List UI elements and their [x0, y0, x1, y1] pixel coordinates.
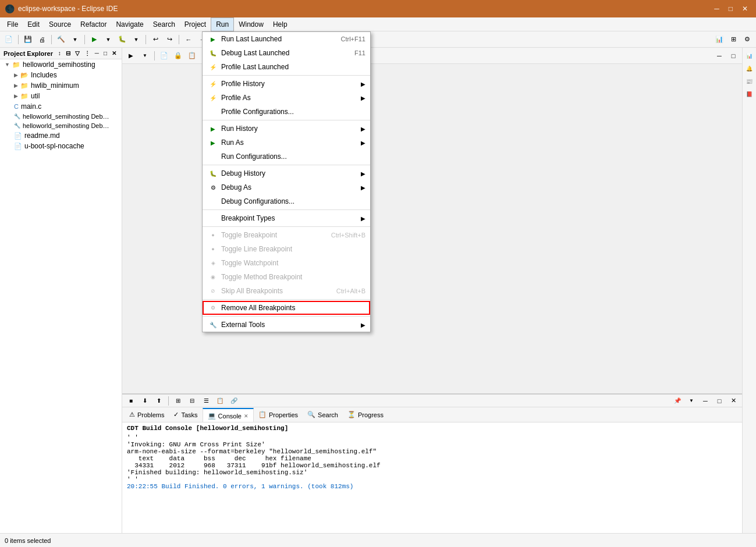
tree-item-util[interactable]: ▶ 📁 util [0, 91, 122, 101]
menu-skip-all-breakpoints[interactable]: ⊘ Skip All Breakpoints Ctrl+Alt+B [203, 284, 370, 298]
build-button[interactable]: 🔨 [55, 33, 68, 46]
run-dropdown[interactable]: ▼ [102, 33, 115, 46]
menu-remove-all-breakpoints[interactable]: ⚙ Remove All Breakpoints [203, 301, 370, 315]
menu-profile-configurations[interactable]: Profile Configurations... [203, 105, 370, 119]
menu-refactor[interactable]: Refactor [76, 17, 111, 31]
menu-search[interactable]: Search [148, 17, 180, 31]
menu-window[interactable]: Window [234, 17, 268, 31]
menu-debug-as[interactable]: ⚙ Debug As ▶ [203, 180, 370, 194]
editor-toolbar-btn3[interactable]: 🔒 [172, 49, 184, 62]
menu-run-last-launched[interactable]: ▶ Run Last Launched Ctrl+F11 [203, 32, 370, 46]
tree-item-uboot[interactable]: 📄 u-boot-spl-nocache [0, 141, 122, 151]
print-button[interactable]: 🖨 [36, 33, 48, 46]
menu-profile-history[interactable]: ⚡ Profile History ▶ [203, 77, 370, 91]
tree-item-mainc[interactable]: C main.c [0, 101, 122, 112]
right-sidebar-btn2[interactable]: 🔔 [744, 63, 755, 74]
menu-run-history[interactable]: ▶ Run History ▶ [203, 122, 370, 136]
tree-item-hwlib[interactable]: ▶ 📁 hwlib_minimum [0, 80, 122, 91]
toolbar-btn2[interactable]: ▼ [69, 33, 81, 46]
console-close-btn[interactable]: ✕ [727, 395, 740, 407]
sidebar-collapse-btn[interactable]: ⊟ [64, 49, 72, 57]
tree-item-includes[interactable]: ▶ 📂 Includes [0, 70, 122, 80]
menu-debug-history[interactable]: 🐛 Debug History ▶ [203, 166, 370, 180]
sidebar-minimize-btn[interactable]: ─ [93, 49, 101, 57]
editor-toolbar-dropdown1[interactable]: ▼ [139, 49, 151, 62]
menu-toggle-line-breakpoint[interactable]: ● Toggle Line Breakpoint [203, 242, 370, 256]
sidebar-sync-btn[interactable]: ↕ [56, 49, 63, 57]
menu-run-as[interactable]: ▶ Run As ▶ [203, 136, 370, 150]
tab-search[interactable]: 🔍 Search [303, 407, 343, 422]
toolbar-settings-btn[interactable]: ⚙ [741, 33, 754, 46]
sidebar-close-btn[interactable]: ✕ [110, 49, 118, 57]
back-button[interactable]: ← [182, 33, 195, 46]
external-tools-icon: 🔧 [207, 320, 219, 329]
close-button[interactable]: ✕ [739, 5, 751, 13]
minimize-button[interactable]: ─ [711, 5, 723, 13]
tree-item-launch1[interactable]: 🔧 helloworld_semihosting Deb… [0, 112, 122, 121]
menu-debug-last-launched[interactable]: 🐛 Debug Last Launched F11 [203, 46, 370, 60]
menu-toggle-method-breakpoint[interactable]: ◉ Toggle Method Breakpoint [203, 270, 370, 284]
right-sidebar-btn1[interactable]: 📊 [744, 50, 755, 62]
editor-max-btn[interactable]: □ [727, 49, 740, 62]
menu-run[interactable]: Run [211, 17, 234, 31]
tree-item-readme[interactable]: 📄 readme.md [0, 130, 122, 141]
console-btn3[interactable]: ⬆ [152, 395, 165, 407]
debug-button[interactable]: 🐛 [116, 33, 129, 46]
console-btn6[interactable]: ☰ [200, 395, 212, 407]
redo-button[interactable]: ↪ [163, 33, 176, 46]
editor-min-btn[interactable]: ─ [713, 49, 726, 62]
undo-button[interactable]: ↩ [149, 33, 162, 46]
console-min-btn[interactable]: ─ [699, 395, 712, 407]
menu-toggle-watchpoint[interactable]: ◈ Toggle Watchpoint [203, 256, 370, 270]
maximize-button[interactable]: □ [725, 5, 736, 13]
menu-edit[interactable]: Edit [23, 17, 44, 31]
menu-project[interactable]: Project [180, 17, 211, 31]
util-icon: 📁 [20, 93, 29, 100]
menu-run-configurations[interactable]: Run Configurations... [203, 150, 370, 164]
console-btn2[interactable]: ⬇ [139, 395, 151, 407]
sidebar-filter-btn[interactable]: ▽ [73, 49, 81, 57]
console-dropdown-btn[interactable]: ▼ [685, 395, 698, 407]
editor-toolbar-btn2[interactable]: 📄 [158, 49, 171, 62]
sidebar-menu-btn[interactable]: ⋮ [83, 49, 92, 57]
menu-profile-last-launched[interactable]: ⚡ Profile Last Launched [203, 60, 370, 74]
menu-help[interactable]: Help [268, 17, 292, 31]
title-bar: 🌑 eclipse-workspace - Eclipse IDE ─ □ ✕ [0, 0, 756, 17]
tree-item-project[interactable]: ▼ 📁 helloworld_semihosting [0, 59, 122, 70]
menu-source[interactable]: Source [44, 17, 76, 31]
save-button[interactable]: 💾 [22, 33, 34, 46]
console-max-btn[interactable]: □ [713, 395, 726, 407]
menu-navigate[interactable]: Navigate [111, 17, 148, 31]
tree-label-readme: readme.md [24, 132, 60, 140]
open-perspective-btn[interactable]: ⊞ [727, 33, 740, 46]
menu-external-tools[interactable]: 🔧 External Tools ▶ [203, 318, 370, 332]
menu-breakpoint-types[interactable]: Breakpoint Types ▶ [203, 211, 370, 225]
editor-toolbar-btn4[interactable]: 📋 [186, 49, 198, 62]
tree-item-launch2[interactable]: 🔧 helloworld_semihosting Deb… [0, 121, 122, 130]
menu-toggle-breakpoint[interactable]: ● Toggle Breakpoint Ctrl+Shift+B [203, 228, 370, 242]
breakpoint-types-icon [207, 214, 219, 223]
console-pin-btn[interactable]: 📌 [671, 395, 684, 407]
editor-toolbar-btn1[interactable]: ▶ [125, 49, 137, 62]
debug-dropdown[interactable]: ▼ [130, 33, 143, 46]
tab-console[interactable]: 💻 Console ✕ [203, 408, 254, 423]
sidebar-maximize-btn[interactable]: □ [102, 49, 109, 57]
run-button[interactable]: ▶ [88, 33, 101, 46]
menu-profile-as[interactable]: ⚡ Profile As ▶ [203, 91, 370, 105]
console-btn8[interactable]: 🔗 [228, 395, 240, 407]
tab-properties[interactable]: 📋 Properties [254, 407, 303, 422]
console-btn4[interactable]: ⊞ [172, 395, 184, 407]
right-sidebar-btn3[interactable]: 📰 [744, 76, 755, 87]
new-button[interactable]: 📄 [2, 33, 15, 46]
console-terminate-btn[interactable]: ■ [125, 395, 137, 407]
menu-debug-configurations[interactable]: Debug Configurations... [203, 194, 370, 208]
tab-progress[interactable]: ⏳ Progress [343, 407, 388, 422]
console-btn5[interactable]: ⊟ [186, 395, 198, 407]
console-tab-close[interactable]: ✕ [244, 413, 249, 419]
tab-problems[interactable]: ⚠ Problems [125, 407, 169, 422]
menu-file[interactable]: File [2, 17, 23, 31]
perspective-btn[interactable]: 📊 [713, 33, 726, 46]
tab-tasks[interactable]: ✓ Tasks [169, 407, 202, 422]
right-sidebar-btn4[interactable]: 📕 [744, 88, 755, 100]
console-btn7[interactable]: 📋 [214, 395, 226, 407]
